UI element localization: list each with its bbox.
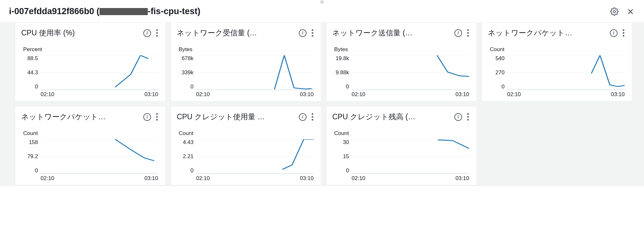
x-tick-labels: 02:1003:10 [352, 91, 469, 98]
y-axis-unit: Count [334, 130, 470, 137]
metric-card-network-packets-out: ネットワークパケット… i Count 15879.20 02:1003:10 [15, 107, 165, 185]
info-icon[interactable]: i [143, 29, 151, 37]
metric-card-network-out: ネットワーク送信量 (… i Bytes 19.8k9.88k0 02:1003… [327, 23, 476, 101]
y-tick-labels: 19.8k9.88k0 [334, 55, 349, 90]
card-menu-button[interactable] [465, 113, 470, 121]
x-tick-labels: 02:1003:10 [41, 175, 158, 182]
chart: 4.432.210 02:1003:10 [179, 139, 315, 181]
metric-card-cpu-utilization: CPU 使用率 (%) i Percent 88.544.30 02:1003:… [15, 23, 165, 101]
svg-point-0 [613, 10, 616, 13]
card-title: CPU クレジット残高 (… [332, 112, 451, 122]
info-icon[interactable]: i [299, 29, 307, 37]
x-tick-labels: 02:1003:10 [41, 91, 158, 98]
x-tick-labels: 02:1003:10 [507, 91, 625, 98]
y-tick-labels: 4.432.210 [179, 139, 194, 174]
card-menu-button[interactable] [154, 113, 159, 121]
y-tick-labels: 5402700 [490, 55, 505, 90]
metric-card-cpu-credit-balance: CPU クレジット残高 (… i Count 30150 02:1003:10 [327, 107, 476, 185]
y-tick-labels: 15879.20 [23, 139, 38, 174]
card-menu-button[interactable] [621, 29, 626, 37]
chart: 30150 02:1003:10 [334, 139, 470, 181]
chart: 5402700 02:1003:10 [490, 55, 626, 97]
close-icon [627, 8, 634, 15]
x-tick-labels: 02:1003:10 [352, 175, 469, 182]
card-menu-button[interactable] [465, 29, 470, 37]
instance-suffix: -fis-cpu-test) [148, 6, 201, 16]
panel-header: i-007efdda912f866b0 (-fis-cpu-test) [0, 4, 644, 22]
gear-icon [610, 7, 619, 16]
info-icon[interactable]: i [299, 113, 307, 121]
metric-card-network-packets-in: ネットワークパケット… i Count 5402700 02:1003:10 [482, 23, 632, 101]
y-axis-unit: Count [490, 46, 626, 53]
y-axis-unit: Count [23, 130, 159, 137]
info-icon[interactable]: i [610, 29, 618, 37]
chart: 678k339k0 02:1003:10 [179, 55, 315, 97]
x-tick-labels: 02:1003:10 [196, 175, 314, 182]
y-axis-unit: Count [179, 130, 315, 137]
card-menu-button[interactable] [310, 113, 315, 121]
page-title: i-007efdda912f866b0 (-fis-cpu-test) [9, 6, 610, 16]
card-title: CPU 使用率 (%) [21, 28, 140, 38]
card-title: CPU クレジット使用量 … [177, 112, 296, 122]
resize-handle[interactable]: = [0, 0, 644, 4]
y-tick-labels: 30150 [334, 139, 349, 174]
chart: 15879.20 02:1003:10 [23, 139, 159, 181]
close-button[interactable] [626, 7, 635, 16]
metric-card-network-in: ネットワーク受信量 (… i Bytes 678k339k0 02:1003:1… [171, 23, 321, 101]
x-tick-labels: 02:1003:10 [196, 91, 314, 98]
chart: 88.544.30 02:1003:10 [23, 55, 159, 97]
card-menu-button[interactable] [310, 29, 315, 37]
instance-id: i-007efdda912f866b0 ( [9, 6, 99, 16]
y-tick-labels: 678k339k0 [179, 55, 194, 90]
y-axis-unit: Bytes [179, 46, 315, 53]
info-icon[interactable]: i [454, 29, 462, 37]
card-menu-button[interactable] [154, 29, 159, 37]
card-title: ネットワーク受信量 (… [177, 28, 296, 38]
card-title: ネットワークパケット… [21, 112, 140, 122]
header-actions [610, 7, 635, 16]
redacted-name [99, 8, 148, 15]
metrics-dashboard: CPU 使用率 (%) i Percent 88.544.30 02:1003:… [0, 22, 644, 186]
info-icon[interactable]: i [454, 113, 462, 121]
metric-card-cpu-credit-usage: CPU クレジット使用量 … i Count 4.432.210 02:1003… [171, 107, 321, 185]
card-title: ネットワークパケット… [488, 28, 607, 38]
card-title: ネットワーク送信量 (… [332, 28, 451, 38]
chart: 19.8k9.88k0 02:1003:10 [334, 55, 470, 97]
y-tick-labels: 88.544.30 [23, 55, 38, 90]
info-icon[interactable]: i [143, 113, 151, 121]
y-axis-unit: Bytes [334, 46, 470, 53]
y-axis-unit: Percent [23, 46, 159, 53]
settings-button[interactable] [610, 7, 619, 16]
